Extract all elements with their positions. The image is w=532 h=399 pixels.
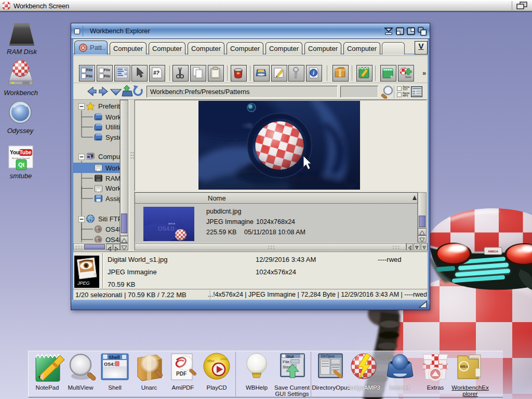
svg-text:disc: disc bbox=[207, 358, 215, 363]
svg-text:File: File bbox=[86, 68, 92, 72]
svg-text:Broadcast Yourself: Broadcast Yourself bbox=[12, 157, 30, 159]
svg-text:Shell: Shell bbox=[109, 355, 120, 360]
svg-text:AMIGA: AMIGA bbox=[168, 222, 175, 225]
svg-text:#?: #? bbox=[153, 70, 159, 76]
svg-text:Icon: Icon bbox=[405, 75, 411, 78]
svg-text:24bit: 24bit bbox=[220, 357, 227, 361]
svg-text:i: i bbox=[313, 70, 314, 76]
svg-text:DirOpus: DirOpus bbox=[321, 354, 335, 358]
svg-text:AMIGA: AMIGA bbox=[488, 250, 499, 253]
svg-text:Tube: Tube bbox=[19, 150, 32, 155]
svg-text:File: File bbox=[104, 68, 110, 72]
svg-text:GUI: GUI bbox=[286, 354, 294, 359]
svg-text:OS4.0: OS4.0 bbox=[158, 225, 174, 232]
svg-text:File: File bbox=[86, 74, 92, 78]
svg-text:Qt: Qt bbox=[18, 162, 25, 168]
svg-text:File:: File: bbox=[283, 360, 290, 364]
svg-text:42: 42 bbox=[124, 68, 127, 71]
svg-text:PDF: PDF bbox=[176, 371, 187, 377]
svg-text:JPEG: JPEG bbox=[77, 281, 90, 286]
svg-text:12: 12 bbox=[124, 72, 127, 75]
svg-text:You: You bbox=[10, 150, 19, 155]
svg-text:OS4:: OS4: bbox=[104, 362, 115, 367]
svg-text:File: File bbox=[104, 74, 110, 78]
svg-text:WEx: WEx bbox=[460, 365, 468, 368]
